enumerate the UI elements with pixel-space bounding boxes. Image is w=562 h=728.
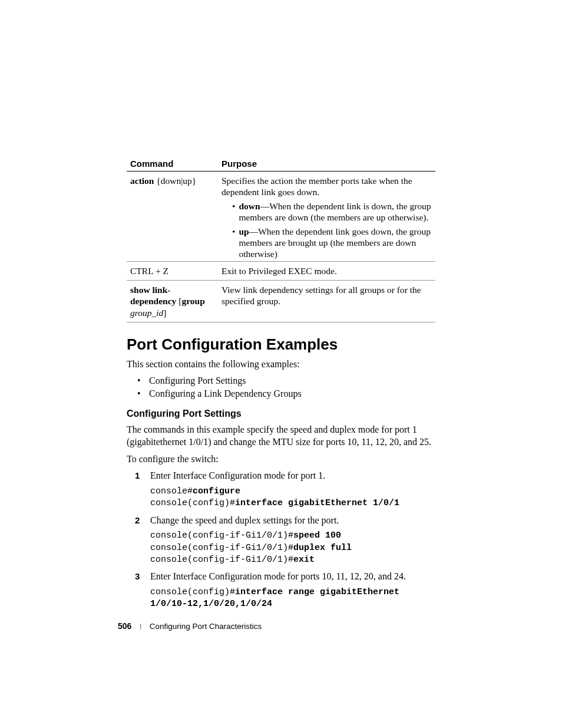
step-item: Enter Interface Configuration mode for p… (150, 571, 435, 610)
step-text: Enter Interface Configuration mode for p… (150, 470, 325, 480)
table-header-command: Command (127, 156, 218, 172)
cli-prompt: console(config)# (150, 498, 235, 508)
step-item: Change the speed and duplex settings for… (150, 515, 435, 566)
examples-list: Configuring Port Settings Configuring a … (127, 375, 435, 399)
bullet-text: —When the dependent link is down, the gr… (239, 201, 431, 222)
bullet-text: —When the dependent link goes down, the … (239, 226, 430, 259)
page-number: 506 (118, 621, 131, 631)
cell-command: show link-dependency [group group_id] (127, 281, 218, 322)
cli-prompt: console(config-if-Gi1/0/1)# (150, 555, 293, 565)
bullet-icon: • (232, 200, 235, 223)
cell-purpose-bullet: •up—When the dependent link goes down, t… (218, 225, 435, 262)
page-footer: 506 | Configuring Port Characteristics (118, 621, 262, 631)
syntax: ] (163, 308, 166, 318)
table-header-purpose: Purpose (218, 156, 435, 172)
step-text: Change the speed and duplex settings for… (150, 515, 339, 525)
table-row: CTRL + Z Exit to Privileged EXEC mode. (127, 261, 435, 280)
command-table: Command Purpose action {down|up} Specifi… (127, 156, 435, 322)
cell-purpose-bullet: •down—When the dependent link is down, t… (218, 199, 435, 225)
table-row: •up—When the dependent link goes down, t… (127, 225, 435, 262)
table-row: •down—When the dependent link is down, t… (127, 199, 435, 225)
keyword: down (239, 201, 260, 211)
cli-command: speed 100 (293, 531, 341, 541)
cli-command: interface gigabitEthernet 1/0/1 (235, 498, 399, 508)
cli-command: exit (293, 555, 315, 565)
cell-purpose: Exit to Privileged EXEC mode. (218, 261, 435, 280)
cli-block: console#configureconsole(config)#interfa… (150, 486, 435, 510)
steps-list: Enter Interface Configuration mode for p… (127, 470, 435, 610)
step-item: Enter Interface Configuration mode for p… (150, 470, 435, 509)
keyword: group (181, 296, 204, 306)
section-intro: This section contains the following exam… (127, 358, 435, 371)
cell-purpose: View link dependency settings for all gr… (218, 281, 435, 322)
cell-command: CTRL + Z (127, 261, 218, 280)
cli-prompt: console(config-if-Gi1/0/1)# (150, 543, 293, 553)
step-text: Enter Interface Configuration mode for p… (150, 571, 406, 581)
bullet-icon: • (232, 226, 235, 260)
cli-prompt: console# (150, 486, 193, 496)
table-row: action {down|up} Specifies the action th… (127, 172, 435, 199)
cell-command: action {down|up} (127, 172, 218, 199)
section-heading: Port Configuration Examples (127, 335, 435, 354)
syntax: {down|up} (156, 176, 196, 186)
cli-command: configure (193, 486, 240, 496)
cli-prompt: console(config-if-Gi1/0/1)# (150, 531, 293, 541)
table-row: show link-dependency [group group_id] Vi… (127, 281, 435, 322)
list-item: Configuring Port Settings (149, 375, 435, 386)
parameter: group_id (130, 308, 163, 318)
subsection-heading: Configuring Port Settings (127, 409, 435, 419)
cli-command: duplex full (293, 543, 352, 553)
separator-icon: | (134, 622, 147, 630)
keyword: show link-dependency (130, 285, 176, 306)
page-content: Command Purpose action {down|up} Specifi… (0, 0, 562, 610)
cell-purpose: Specifies the action the member ports ta… (218, 172, 435, 199)
keyword: action (130, 176, 154, 186)
cli-block: console(config)#interface range gigabitE… (150, 587, 435, 611)
cli-block: console(config-if-Gi1/0/1)#speed 100cons… (150, 530, 435, 566)
chapter-title: Configuring Port Characteristics (150, 622, 262, 631)
cli-prompt: console(config)# (150, 587, 235, 597)
keyword: up (239, 226, 249, 236)
subsection-intro: The commands in this example specify the… (127, 424, 435, 449)
subsection-lead: To configure the switch: (127, 453, 435, 466)
list-item: Configuring a Link Dependency Groups (149, 388, 435, 399)
